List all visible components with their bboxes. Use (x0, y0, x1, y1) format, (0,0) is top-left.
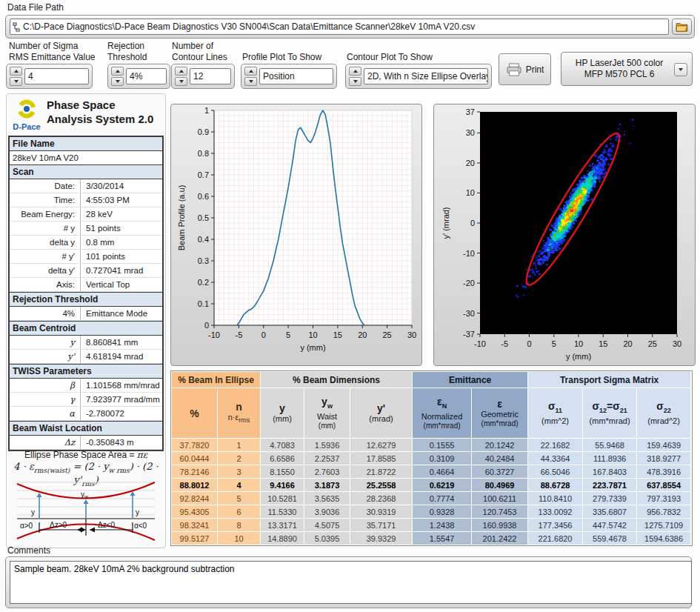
sidebar-row-label: y' (10, 350, 80, 363)
down-arrow-icon (249, 80, 253, 83)
svg-text:10: 10 (574, 339, 583, 348)
svg-text:-20: -20 (463, 279, 475, 287)
table-column-header: nn·εrms (218, 388, 261, 439)
comments-label: Comments (7, 545, 50, 556)
file-path-text: C:\D-Pace Diagnostics\D-Pace Beam Diagno… (23, 21, 475, 32)
table-cell: 21.8722 (350, 465, 413, 479)
table-cell: 35.7171 (350, 519, 413, 532)
table-cell: 5.0395 (304, 532, 350, 545)
table-group-header: % Beam Dimensions (261, 372, 413, 388)
svg-text:0.5: 0.5 (198, 213, 209, 222)
browse-folder-button[interactable] (672, 19, 692, 35)
svg-text:-10: -10 (474, 339, 486, 348)
profile-plot-down-button[interactable] (244, 77, 257, 86)
rejection-value[interactable]: 4% (126, 68, 167, 84)
up-arrow-icon (179, 70, 184, 73)
svg-text:0.3: 0.3 (198, 256, 209, 265)
table-cell: 22.1682 (528, 439, 583, 452)
svg-text:yw: yw (81, 490, 89, 499)
table-row: 37.782014.70831.593612.62790.155520.1242… (172, 439, 691, 452)
beam-profile-chart: -10-505101520253000.10.20.30.40.50.60.70… (171, 104, 421, 365)
contour-lines-up-button[interactable] (175, 67, 187, 76)
contour-plot-up-button[interactable] (349, 67, 361, 76)
table-cell: 60.3727 (472, 465, 528, 479)
table-cell: 99.5127 (172, 532, 218, 545)
sidebar-data-row: delta y0.8 mm (10, 236, 162, 250)
sidebar-row-value: 51 points (80, 222, 162, 235)
table-cell: 39.9329 (350, 532, 413, 545)
sidebar-row-value: 3/30/2014 (80, 179, 162, 193)
contour-lines-label-2: Contour Lines (172, 52, 227, 62)
comments-input[interactable]: Sample beam. 28keV 10mA 2% background su… (10, 561, 692, 604)
sidebar-row-value: Vertical Top (80, 278, 162, 291)
printer-select[interactable]: HP LaserJet 500 color MFP M570 PCL 6 (561, 52, 693, 86)
rejection-label-1: Rejection (107, 41, 144, 51)
table-cell: 1.2438 (413, 519, 472, 532)
up-arrow-icon (14, 70, 19, 73)
svg-text:0.9: 0.9 (198, 127, 209, 136)
comments-panel: Sample beam. 28keV 10mA 2% background su… (5, 556, 692, 608)
sidebar-section-header: File Name (10, 137, 162, 151)
sidebar-row-value: 8.860841 mm (80, 336, 162, 349)
file-path-input[interactable]: C:\D-Pace Diagnostics\D-Pace Beam Diagno… (10, 19, 669, 35)
table-cell: 9.4166 (261, 479, 304, 492)
svg-text:α<0: α<0 (134, 522, 147, 530)
sigma-down-button[interactable] (10, 77, 22, 86)
sidebar-section-header: Beam Waist Location (10, 421, 162, 436)
table-cell: 201.2422 (472, 532, 528, 545)
table-cell: 159.4639 (637, 439, 691, 452)
svg-text:y: y (136, 508, 139, 516)
contour-plot-value[interactable]: 2D, With n Size Ellipse Overlay (364, 68, 488, 84)
sidebar-row-label: Date: (10, 179, 80, 193)
contour-lines-value[interactable]: 12 (190, 68, 231, 84)
sidebar-section-header: Beam Centroid (10, 321, 162, 336)
printer-dropdown-button[interactable] (674, 63, 687, 76)
sidebar-panel: D-Pace Phase Space Analysis System 2.0 F… (6, 93, 166, 548)
table-group-header: Emittance (413, 372, 528, 388)
svg-text:30: 30 (407, 330, 416, 339)
rejection-control: 4% (107, 64, 170, 89)
table-cell: 478.3916 (637, 465, 691, 479)
table-column-header: εGeometric(mm*mrad) (472, 388, 528, 439)
data-file-path-label: Data File Path (7, 2, 64, 13)
phase-space-analysis-window: Data File Path C:\D-Pace Diagnostics\D-P… (0, 0, 700, 612)
contour-plot-control: 2D, With n Size Ellipse Overlay (345, 64, 492, 89)
sigma-value[interactable]: 4 (24, 68, 89, 84)
sidebar-data-row: Δz-0.350843 m (10, 436, 162, 450)
sidebar-section-header: TWISS Parameters (10, 364, 162, 379)
table-cell: 25.2558 (350, 479, 413, 492)
rejection-down-button[interactable] (111, 77, 124, 86)
rejection-up-button[interactable] (111, 67, 124, 76)
table-cell: 0.6219 (413, 479, 472, 492)
print-button[interactable]: Print (499, 53, 551, 85)
printer-name-line2: MFP M570 PCL 6 (567, 69, 671, 80)
contour-lines-down-button[interactable] (175, 77, 187, 86)
sidebar-data-row: # y'101 points (10, 250, 162, 264)
table-cell: 10.5281 (261, 492, 304, 505)
svg-text:-5: -5 (501, 339, 508, 348)
profile-plot-control: Position (241, 64, 337, 89)
sidebar-data-row: γ7.923977 mrad/mm (10, 393, 162, 407)
printer-name-line1: HP LaserJet 500 color (567, 58, 671, 69)
table-cell: 88.8012 (172, 479, 218, 492)
sidebar-row-value: 101 points (80, 250, 162, 263)
contour-plot-down-button[interactable] (349, 77, 361, 86)
svg-text:0: 0 (527, 339, 531, 348)
table-cell: 55.9468 (583, 439, 637, 452)
down-arrow-icon (353, 80, 358, 83)
table-cell: 95.4305 (172, 505, 218, 519)
svg-text:-5: -5 (235, 330, 242, 339)
sidebar-data-row: Beam Energy:28 keV (10, 207, 162, 222)
profile-plot-value[interactable]: Position (259, 68, 333, 84)
sigma-up-button[interactable] (10, 67, 22, 76)
table-group-header: % Beam In Ellipse (172, 372, 261, 388)
table-cell: 6 (218, 505, 261, 519)
table-cell: 60.0444 (172, 452, 218, 465)
profile-plot-up-button[interactable] (244, 67, 257, 76)
table-cell: 797.3193 (637, 492, 691, 505)
svg-text:0: 0 (261, 330, 266, 339)
sigma-label-1: Number of Sigma (9, 41, 78, 51)
table-cell: 4 (218, 479, 261, 492)
dpace-brand-text: D-Pace (10, 122, 44, 131)
svg-text:5: 5 (552, 339, 556, 348)
